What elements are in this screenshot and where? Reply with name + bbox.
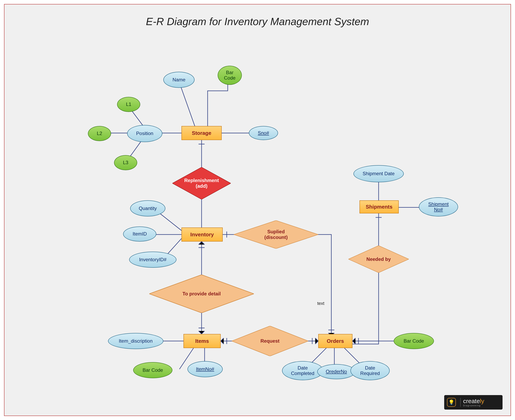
entity-items-label: Items [195, 338, 209, 344]
attr-shipment-no: Shipment No# [419, 197, 458, 217]
entity-orders: Orders [318, 334, 353, 348]
attr-position: Position [127, 125, 162, 142]
rel-request: Request [232, 326, 308, 356]
brand-subtitle: Diagramming [463, 405, 484, 407]
rel-supplied: Suplied (discount) [234, 220, 318, 248]
brand-name: create [463, 398, 480, 404]
entity-orders-label: Orders [327, 338, 344, 344]
rel-supplied-label: Suplied (discount) [234, 220, 318, 248]
lightbulb-icon: 💡 [447, 398, 456, 407]
svg-line-0 [179, 83, 197, 131]
attr-itemno: ItemNo# [187, 361, 223, 377]
brand-suffix: ly [480, 398, 484, 404]
attr-barcode-items: Bar Code [133, 362, 172, 378]
svg-line-9 [157, 211, 181, 231]
attr-inventoryid: InventoryID# [129, 252, 177, 268]
attr-l1: L1 [117, 97, 140, 112]
entity-shipments: Shipments [360, 200, 399, 213]
attr-itemid: ItemID [123, 226, 156, 241]
attr-date-completed: Date Completed [282, 361, 323, 380]
rel-request-label: Request [232, 326, 308, 356]
rel-replenishment: Replenishment (add) [172, 167, 231, 199]
entity-items: Items [184, 334, 221, 348]
rel-to-provide-detail: To provide detail [149, 275, 254, 313]
svg-line-3 [131, 110, 143, 126]
rel-needed-by-label: Needed by [348, 246, 409, 273]
attr-sno-label: Sno# [258, 130, 269, 136]
attr-barcode-orders: Bar Code [394, 333, 434, 349]
attr-orderno-label: OrederNo [326, 369, 347, 374]
attr-name: Name [163, 72, 194, 88]
attr-date-required: Date Required [350, 361, 390, 380]
edge-label-text: text [317, 301, 324, 306]
logo-divider [460, 398, 461, 407]
entity-inventory-label: Inventory [190, 232, 214, 238]
logo-brand: creately Diagramming [463, 398, 484, 407]
entity-storage: Storage [181, 126, 222, 140]
attr-barcode-storage: Bar Code [218, 66, 242, 85]
attr-shipment-no-label: Shipment No# [428, 202, 449, 212]
attr-orderno: OrederNo [317, 364, 355, 379]
rel-to-provide-detail-label: To provide detail [149, 275, 254, 313]
attr-l3: L3 [114, 155, 137, 170]
entity-shipments-label: Shipments [366, 204, 392, 210]
entity-inventory: Inventory [181, 227, 223, 241]
attr-itemno-label: ItemNo# [196, 367, 214, 372]
attr-item-description: Item_discription [108, 333, 163, 349]
entity-storage-label: Storage [192, 130, 211, 136]
attr-sno: Sno# [249, 126, 278, 140]
attr-shipment-date: Shipment Date [354, 165, 404, 182]
attr-l2: L2 [88, 126, 111, 141]
creately-logo: 💡 creately Diagramming [444, 395, 502, 410]
rel-needed-by: Needed by [348, 246, 409, 273]
rel-replenishment-label: Replenishment (add) [172, 167, 231, 199]
attr-quantity: Quantity [130, 200, 165, 217]
